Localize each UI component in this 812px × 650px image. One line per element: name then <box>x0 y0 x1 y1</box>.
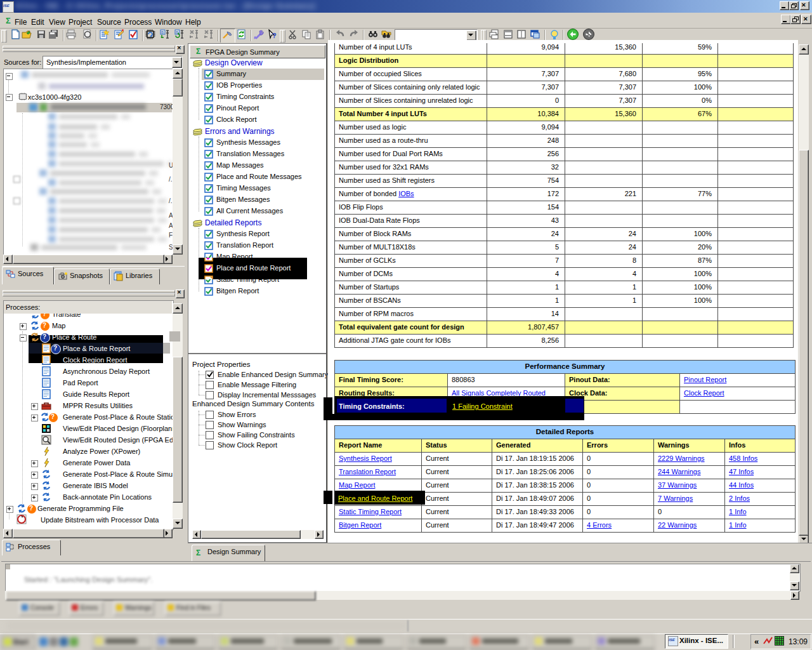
svg-text:?: ? <box>272 32 277 39</box>
svg-text:B: B <box>161 30 164 34</box>
